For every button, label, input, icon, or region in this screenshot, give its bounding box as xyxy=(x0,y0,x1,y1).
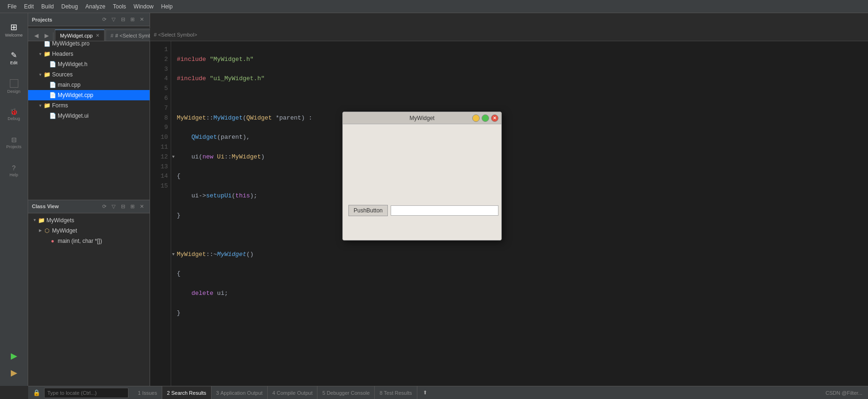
app-output-tab-number: 3 xyxy=(216,390,219,396)
project-close-icon[interactable]: ✕ xyxy=(137,15,146,24)
menu-analyze[interactable]: Analyze xyxy=(82,1,109,12)
class-mywidget[interactable]: ▶ ⬡ MyWidget xyxy=(28,226,150,236)
float-close-button[interactable]: ✕ xyxy=(491,114,498,122)
editor-area[interactable]: 1 2 3 4 5 6 7 8 9 10 11 12 13 14 15 #inc… xyxy=(150,41,868,386)
run-button[interactable]: ▶ xyxy=(4,348,24,363)
h-file-icon: 📄 xyxy=(49,60,56,68)
left-sidebar: ⊞ Welcome ✎ Edit Design 🐞 Debug ⊟ Projec… xyxy=(0,13,28,386)
tree-mywidget-ui[interactable]: 📄 MyWidget.ui xyxy=(28,111,150,121)
menu-bar: File Edit Build Debug Analyze Tools Wind… xyxy=(0,0,868,13)
class-main-method[interactable]: ● main (int, char *[]) xyxy=(28,236,150,246)
debug-run-button[interactable]: ▶ xyxy=(4,365,24,380)
expand-arrow: ▼ xyxy=(38,51,43,57)
float-minimize-button[interactable] xyxy=(472,114,480,122)
method-icon: ● xyxy=(49,237,56,245)
menu-window[interactable]: Window xyxy=(130,1,158,12)
floating-mywidget-window: MyWidget ✕ PushButton xyxy=(342,112,502,241)
welcome-icon: ⊞ xyxy=(10,23,17,31)
code-line-11: ▼MyWidget::~MyWidget() xyxy=(177,250,862,260)
sidebar-label-debug: Debug xyxy=(8,116,20,121)
tree-label: Sources xyxy=(52,71,73,78)
project-collapse-icon[interactable]: ⊟ xyxy=(119,15,127,24)
status-lock-icon[interactable]: 🔒 xyxy=(31,386,42,399)
code-line-5: QWidget(parent), xyxy=(177,133,862,143)
code-line-8: ui->setupUi(this); xyxy=(177,191,862,201)
project-float-icon[interactable]: ⊞ xyxy=(128,15,136,24)
sidebar-item-edit[interactable]: ✎ Edit xyxy=(3,45,25,71)
bottom-tab-search-results[interactable]: 2 Search Results xyxy=(162,386,211,399)
leaf-spacer xyxy=(43,113,49,119)
code-line-6: ▼ui(new Ui::MyWidget) xyxy=(177,152,862,162)
sidebar-item-design[interactable]: Design xyxy=(3,73,25,99)
class-panel-title: Class View xyxy=(32,203,59,209)
bottom-tab-app-output[interactable]: 3 Application Output xyxy=(211,386,268,399)
bottom-tab-compile-output[interactable]: 4 Compile Output xyxy=(268,386,318,399)
menu-build[interactable]: Build xyxy=(38,1,58,12)
menu-tools[interactable]: Tools xyxy=(109,1,130,12)
status-arrow-icon[interactable]: ⬆ xyxy=(419,386,431,399)
menu-file[interactable]: File xyxy=(4,1,20,12)
class-sync-icon[interactable]: ⟳ xyxy=(100,202,108,211)
float-title-bar[interactable]: MyWidget ✕ xyxy=(343,112,501,124)
code-content[interactable]: #include "MyWidget.h" #include "ui_MyWid… xyxy=(171,41,868,386)
project-panel-title: Projects xyxy=(32,17,52,23)
tree-label: main (int, char *[]) xyxy=(58,238,102,244)
folder-icon: 📁 xyxy=(43,102,51,109)
app-output-tab-label: Application Output xyxy=(220,390,263,396)
menu-debug[interactable]: Debug xyxy=(58,1,82,12)
cpp-file-icon: 📄 xyxy=(49,91,56,99)
sidebar-item-projects[interactable]: ⊟ Projects xyxy=(3,129,25,156)
project-sync-icon[interactable]: ⟳ xyxy=(100,15,108,24)
class-close-icon[interactable]: ✕ xyxy=(137,202,146,211)
issues-tab-number: 1 xyxy=(138,390,141,396)
tab-hash: # xyxy=(111,33,113,38)
test-results-tab-label: Test Results xyxy=(384,390,412,396)
search-input[interactable] xyxy=(44,388,128,398)
tab-sep xyxy=(53,32,53,41)
bottom-tab-issues[interactable]: 1 Issues xyxy=(133,386,162,399)
tree-sources[interactable]: ▼ 📁 Sources xyxy=(28,69,150,80)
class-collapse-icon[interactable]: ⊟ xyxy=(119,202,127,211)
tree-mywidget-h[interactable]: 📄 MyWidget.h xyxy=(28,59,150,69)
tab-close-icon[interactable]: ✕ xyxy=(96,33,99,38)
project-panel-header: Projects ⟳ ▽ ⊟ ⊞ ✕ xyxy=(28,13,150,26)
class-float-icon[interactable]: ⊞ xyxy=(128,202,136,211)
menu-edit[interactable]: Edit xyxy=(20,1,38,12)
sidebar-item-help[interactable]: ? Help xyxy=(3,158,25,184)
tree-headers[interactable]: ▼ 📁 Headers xyxy=(28,49,150,59)
tree-label: main.cpp xyxy=(58,82,81,88)
bottom-tab-debugger-console[interactable]: 5 Debugger Console xyxy=(317,386,375,399)
tree-mywidget-cpp[interactable]: 📄 MyWidget.cpp xyxy=(28,90,150,100)
sidebar-label-projects: Projects xyxy=(6,144,22,149)
code-line-12: { xyxy=(177,269,862,279)
project-filter-icon[interactable]: ▽ xyxy=(109,15,118,24)
tree-forms[interactable]: ▼ 📁 Forms xyxy=(28,100,150,111)
menu-help[interactable]: Help xyxy=(158,1,177,12)
search-results-tab-number: 2 xyxy=(167,390,170,396)
class-mywidgets[interactable]: ▼ 📁 MyWidgets xyxy=(28,215,150,226)
sidebar-label-help: Help xyxy=(9,173,18,177)
tab-nav-back[interactable]: ◀ xyxy=(31,30,41,41)
project-panel-icons: ⟳ ▽ ⊟ ⊞ ✕ xyxy=(100,15,146,24)
sidebar-item-welcome[interactable]: ⊞ Welcome xyxy=(3,17,25,43)
push-button[interactable]: PushButton xyxy=(348,205,388,216)
debug-icon: 🐞 xyxy=(10,108,18,115)
float-text-input[interactable] xyxy=(391,205,498,216)
expand-arrow: ▼ xyxy=(38,103,43,108)
code-line-7: { xyxy=(177,172,862,181)
left-panel: Projects ⟳ ▽ ⊟ ⊞ ✕ ▼ 📁 MyWidgets 📄 xyxy=(28,13,150,386)
class-filter-icon[interactable]: ▽ xyxy=(109,202,118,211)
code-line-3 xyxy=(177,94,862,104)
bottom-tabs: 🔒 1 Issues 2 Search Results 3 Applicatio… xyxy=(28,386,868,399)
tree-label: MyWidget.h xyxy=(58,61,87,68)
float-content: PushButton xyxy=(343,124,501,240)
tab-nav-fwd[interactable]: ▶ xyxy=(41,30,52,41)
class-panel-header: Class View ⟳ ▽ ⊟ ⊞ ✕ xyxy=(28,200,150,213)
tree-main-cpp[interactable]: 📄 main.cpp xyxy=(28,80,150,90)
debugger-console-tab-label: Debugger Console xyxy=(327,390,370,396)
sidebar-item-debug[interactable]: 🐞 Debug xyxy=(3,101,25,128)
float-maximize-button[interactable] xyxy=(482,114,489,122)
tab-mywidget-cpp[interactable]: MyWidget.cpp ✕ xyxy=(55,30,105,41)
bottom-tab-test-results[interactable]: 8 Test Results xyxy=(375,386,417,399)
code-line-9: } xyxy=(177,211,862,221)
